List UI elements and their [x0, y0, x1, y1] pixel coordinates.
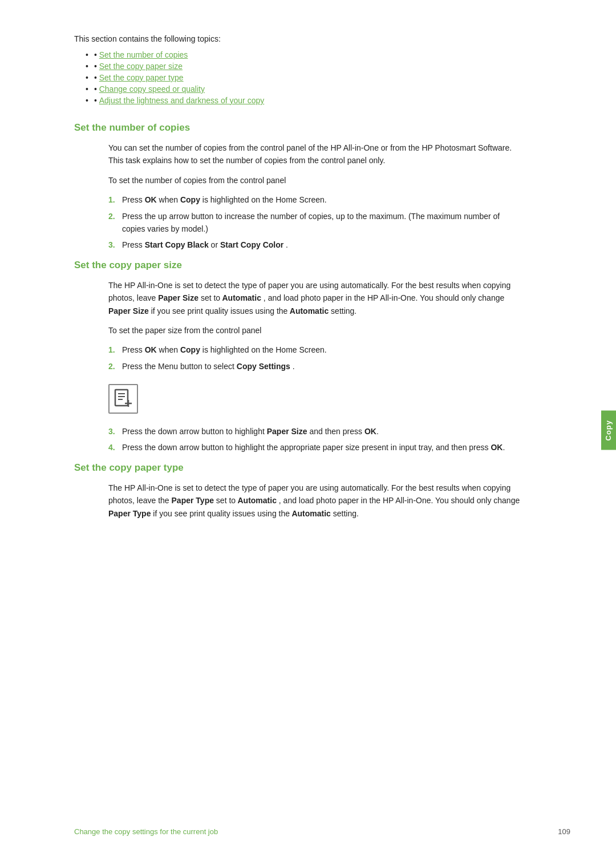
footer-section-label: Change the copy settings for the current…: [0, 827, 551, 836]
step-text: Press the up arrow button to increase th…: [122, 210, 525, 236]
section-set-copy-paper-size: Set the copy paper size The HP All-in-On…: [74, 260, 525, 454]
link-change-copy-speed[interactable]: Change copy speed or quality: [99, 84, 205, 94]
intro-text: This section contains the following topi…: [74, 34, 525, 43]
step-text: Press OK when Copy is highlighted on the…: [122, 343, 327, 356]
link-set-number-copies[interactable]: Set the number of copies: [99, 50, 188, 59]
steps-list-size-cont: 3. Press the down arrow button to highli…: [108, 425, 525, 454]
step-number: 3.: [108, 238, 122, 251]
section-heading-number-copies: Set the number of copies: [74, 122, 525, 134]
steps-list-size: 1. Press OK when Copy is highlighted on …: [108, 343, 525, 373]
page-footer: Change the copy settings for the current…: [0, 827, 616, 836]
step-number: 2.: [108, 360, 122, 373]
document-menu-icon: [113, 389, 133, 409]
step-text: Press the Menu button to select Copy Set…: [122, 360, 295, 373]
section-paragraph: You can set the number of copies from th…: [108, 142, 525, 167]
step-number: 2.: [108, 210, 122, 223]
step-item: 3. Press Start Copy Black or Start Copy …: [108, 238, 525, 251]
topic-list: • Set the number of copies • Set the cop…: [74, 50, 525, 105]
bullet-dot: •: [94, 84, 99, 94]
list-item: • Change copy speed or quality: [86, 84, 525, 94]
section-paragraph-type: The HP All-in-One is set to detect the t…: [108, 482, 525, 520]
step-number: 1.: [108, 343, 122, 356]
step-number: 3.: [108, 425, 122, 438]
step-item: 1. Press OK when Copy is highlighted on …: [108, 193, 525, 206]
step-item: 1. Press OK when Copy is highlighted on …: [108, 343, 525, 356]
list-item: • Set the copy paper size: [86, 62, 525, 71]
note-icon-box: [108, 384, 138, 414]
step-text: Press the down arrow button to highlight…: [122, 425, 379, 438]
bullet-dot: •: [94, 50, 99, 59]
step-item: 3. Press the down arrow button to highli…: [108, 425, 525, 438]
bullet-dot: •: [94, 73, 99, 82]
list-item: • Set the number of copies: [86, 50, 525, 59]
step-text: Press the down arrow button to highlight…: [122, 441, 505, 454]
list-item: • Adjust the lightness and darkness of y…: [86, 96, 525, 105]
link-adjust-lightness[interactable]: Adjust the lightness and darkness of you…: [99, 96, 265, 105]
step-item: 4. Press the down arrow button to highli…: [108, 441, 525, 454]
step-item: 2. Press the Menu button to select Copy …: [108, 360, 525, 373]
section-heading-copy-paper-size: Set the copy paper size: [74, 260, 525, 271]
section-set-copy-paper-type: Set the copy paper type The HP All-in-On…: [74, 462, 525, 520]
steps-list: 1. Press OK when Copy is highlighted on …: [108, 193, 525, 252]
section-set-number-copies: Set the number of copies You can set the…: [74, 122, 525, 252]
section-paragraph: The HP All-in-One is set to detect the t…: [108, 279, 525, 317]
step-number: 1.: [108, 193, 122, 206]
side-tab-copy: Copy: [601, 411, 616, 450]
footer-page-number: 109: [558, 827, 570, 836]
step-text: Press OK when Copy is highlighted on the…: [122, 193, 327, 206]
instruction-heading-size: To set the paper size from the control p…: [108, 324, 525, 337]
instruction-heading: To set the number of copies from the con…: [108, 174, 525, 187]
section-heading-copy-paper-type: Set the copy paper type: [74, 462, 525, 474]
step-item: 2. Press the up arrow button to increase…: [108, 210, 525, 236]
link-set-copy-paper-type[interactable]: Set the copy paper type: [99, 73, 184, 82]
step-text: Press Start Copy Black or Start Copy Col…: [122, 238, 288, 251]
bullet-dot: •: [94, 96, 99, 105]
list-item: • Set the copy paper type: [86, 73, 525, 82]
link-set-copy-paper-size[interactable]: Set the copy paper size: [99, 62, 183, 71]
bullet-dot: •: [94, 62, 99, 71]
step-number: 4.: [108, 441, 122, 454]
